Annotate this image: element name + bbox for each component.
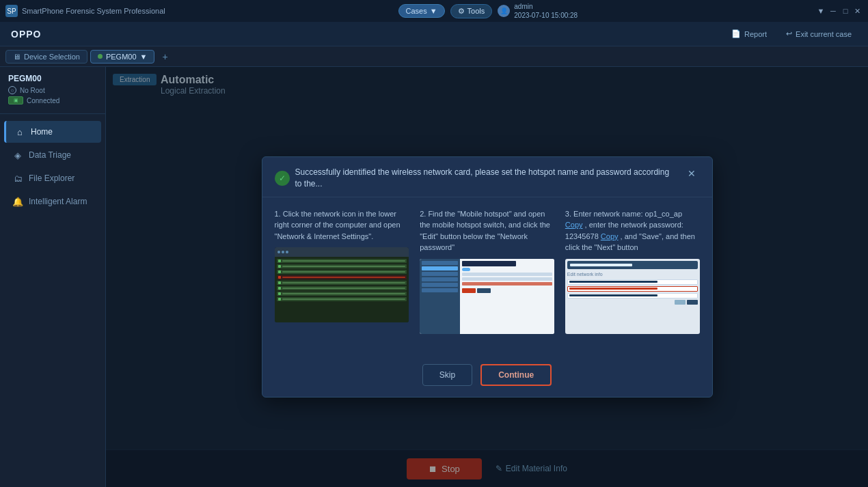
no-root-label: No Root: [20, 87, 45, 94]
tools-label: Tools: [467, 7, 485, 15]
exit-current-case-button[interactable]: ↩ Exit current case: [781, 27, 857, 41]
tools-icon: ⚙: [458, 7, 465, 16]
sidebar-item-intelligent-alarm[interactable]: 🔔 Intelligent Alarm: [4, 191, 101, 212]
continue-button[interactable]: Continue: [480, 364, 552, 386]
data-triage-icon: ◈: [12, 150, 23, 161]
main-layout: PEGM00 ○ No Root ▣ Connected ⌂ Home ◈ Da…: [0, 67, 868, 487]
restore-button[interactable]: □: [841, 6, 850, 16]
data-triage-label: Data Triage: [29, 150, 71, 160]
sidebar-item-data-triage[interactable]: ◈ Data Triage: [4, 144, 101, 166]
intelligent-alarm-label: Intelligent Alarm: [29, 197, 87, 206]
skip-button[interactable]: Skip: [422, 364, 472, 386]
sidebar-item-file-explorer[interactable]: 🗂 File Explorer: [4, 167, 101, 189]
modal-header-text: Successfully identified the wireless net…: [295, 167, 678, 190]
modal-header: ✓ Successfully identified the wireless n…: [262, 157, 712, 197]
device-selection-icon: 🖥: [13, 53, 21, 61]
tab-device-selection[interactable]: 🖥 Device Selection: [5, 50, 87, 64]
report-button[interactable]: 📄 Report: [726, 27, 772, 41]
titlebar-center: Cases ▼ ⚙ Tools 👤 admin 2023-07-10 15:00…: [398, 2, 578, 20]
no-root-status: ○ No Root: [8, 86, 97, 94]
step1-column: 1. Click the network icon in the lower r…: [275, 208, 409, 334]
step1-text: 1. Click the network icon in the lower r…: [275, 208, 409, 242]
home-icon: ⌂: [14, 126, 25, 137]
app-icon-text: SP: [7, 8, 16, 15]
step2-sidebar: [420, 259, 460, 334]
cases-dropdown-icon: ▼: [430, 7, 437, 15]
no-root-icon: ○: [8, 86, 16, 94]
device-selection-label: Device Selection: [24, 53, 80, 61]
step1-img-content: [275, 257, 409, 322]
cases-button[interactable]: Cases ▼: [398, 4, 445, 18]
step3-copy2-link[interactable]: Copy: [601, 232, 619, 240]
modal-close-button[interactable]: ✕: [683, 167, 700, 180]
step1-img-header: [275, 247, 409, 257]
exit-icon: ↩: [786, 29, 792, 38]
step2-main: [460, 259, 554, 334]
close-button[interactable]: ✕: [853, 6, 863, 16]
tab-pegm00-label: PEGM00: [106, 53, 137, 61]
titlebar-left: SP SmartPhone Forensic System Profession…: [5, 5, 165, 17]
report-label: Report: [744, 30, 767, 38]
report-icon: 📄: [731, 29, 741, 38]
nav-items: ⌂ Home ◈ Data Triage 🗂 File Explorer 🔔 I…: [0, 114, 105, 487]
filter-button[interactable]: ▼: [816, 6, 826, 16]
sidebar: PEGM00 ○ No Root ▣ Connected ⌂ Home ◈ Da…: [0, 67, 106, 487]
tab-pegm00[interactable]: PEGM00 ▼: [90, 50, 155, 64]
app-icon: SP: [5, 5, 18, 17]
connected-icon: ▣: [8, 96, 23, 105]
step3-text: 3. Enter network name: op1_co_ap Copy , …: [565, 208, 700, 253]
step3-copy1-link[interactable]: Copy: [565, 221, 583, 229]
modal-dialog: ✓ Successfully identified the wireless n…: [262, 156, 713, 398]
tab-active-dot: [98, 54, 103, 59]
steps-grid: 1. Click the network icon in the lower r…: [275, 208, 700, 334]
admin-text: admin 2023-07-10 15:00:28: [514, 2, 578, 20]
modal-header-content: ✓ Successfully identified the wireless n…: [275, 167, 678, 190]
app-title: SmartPhone Forensic System Professional: [22, 7, 165, 15]
connected-label: Connected: [27, 97, 59, 105]
tools-button[interactable]: ⚙ Tools: [450, 4, 493, 18]
intelligent-alarm-icon: 🔔: [12, 196, 23, 207]
step2-text: 2. Find the "Mobile hotspot" and open th…: [420, 208, 554, 253]
sidebar-item-home[interactable]: ⌂ Home: [4, 121, 101, 143]
step2-img-mockup: [420, 259, 554, 334]
step3-column: 3. Enter network name: op1_co_ap Copy , …: [565, 208, 700, 334]
tabbar: 🖥 Device Selection PEGM00 ▼ +: [0, 46, 868, 67]
shield-success-icon: ✓: [275, 171, 290, 186]
device-info: PEGM00 ○ No Root ▣ Connected: [0, 67, 105, 114]
device-name: OPPO: [11, 29, 41, 40]
modal-footer: Skip Continue: [262, 356, 712, 397]
tab-add-button[interactable]: +: [157, 49, 172, 64]
step2-image: [420, 259, 554, 334]
sidebar-device-name: PEGM00: [8, 74, 97, 83]
step2-column: 2. Find the "Mobile hotspot" and open th…: [420, 208, 554, 334]
admin-name: admin: [514, 2, 578, 11]
cases-label: Cases: [406, 7, 427, 15]
minimize-button[interactable]: ─: [828, 6, 838, 16]
admin-avatar: 👤: [498, 5, 510, 17]
exit-label: Exit current case: [796, 30, 852, 38]
file-explorer-icon: 🗂: [12, 173, 23, 184]
step1-image: [275, 247, 409, 322]
titlebar: SP SmartPhone Forensic System Profession…: [0, 0, 868, 22]
tab-dropdown-icon: ▼: [140, 53, 148, 61]
modal-overlay: ✓ Successfully identified the wireless n…: [106, 67, 868, 487]
home-label: Home: [31, 127, 53, 137]
step1-img-mockup: [275, 247, 409, 322]
content-area: Extraction Automatic Logical Extraction: [106, 67, 868, 487]
window-controls: ▼ ─ □ ✕: [816, 6, 863, 16]
modal-body: 1. Click the network icon in the lower r…: [262, 197, 712, 356]
step3-text-before: 3. Enter network name: op1_co_ap: [565, 210, 682, 218]
step3-img-mockup: Edit network info: [565, 259, 700, 334]
step3-image: Edit network info: [565, 259, 700, 334]
admin-datetime: 2023-07-10 15:00:28: [514, 11, 578, 20]
headerbar: OPPO 📄 Report ↩ Exit current case: [0, 22, 868, 46]
headerbar-right: 📄 Report ↩ Exit current case: [726, 27, 857, 41]
connected-status: ▣ Connected: [8, 96, 97, 105]
file-explorer-label: File Explorer: [29, 173, 74, 183]
admin-info: 👤 admin 2023-07-10 15:00:28: [498, 2, 578, 20]
